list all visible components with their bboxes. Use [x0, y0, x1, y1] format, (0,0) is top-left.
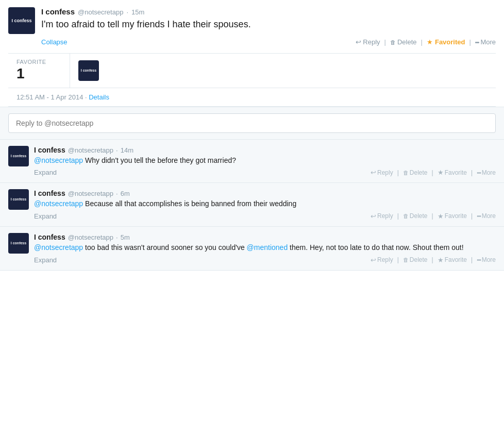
reply-2-reply-btn[interactable]: Reply [371, 212, 393, 220]
reply-2-avatar[interactable]: I confess [8, 189, 29, 210]
expand-2-link[interactable]: Expand [34, 212, 57, 220]
reply-tweet-3: I confess I confess @notsecretapp · 5m @… [0, 227, 504, 271]
reply-icon [371, 212, 376, 220]
reply-2-meta: I confess @notsecretapp · 6m [34, 189, 496, 197]
reply-3-mention2[interactable]: @mentioned [247, 243, 288, 252]
dots-icon [477, 169, 481, 176]
timestamp-relative: 15m [131, 8, 144, 16]
collapse-link[interactable]: Collapse [41, 38, 68, 46]
reply-3-more-btn[interactable]: More [477, 256, 496, 263]
reply-1-actions: Expand Reply | Delete | Favorite | [34, 169, 496, 176]
reply-2-content: I confess @notsecretapp · 6m @notsecreta… [34, 189, 496, 220]
reply-3-username: @notsecretapp [68, 233, 113, 241]
main-tweet: I confess I confess @notsecretapp · 15m … [0, 0, 504, 107]
favorite-count: 1 [16, 65, 61, 82]
dots-icon [475, 38, 479, 46]
reply-3-favorite-btn[interactable]: Favorite [438, 256, 467, 264]
reply-2-time: 6m [121, 190, 130, 197]
reply-icon [371, 256, 376, 264]
reply-input[interactable] [8, 113, 496, 133]
reply-1-mention[interactable]: @notsecretapp [34, 156, 83, 164]
main-avatar[interactable]: I confess [8, 7, 35, 34]
more-button[interactable]: More [475, 38, 496, 46]
reply-3-dot: · [116, 233, 118, 241]
dot: · [126, 8, 128, 16]
tweet-meta: I confess @notsecretapp · 15m [41, 7, 496, 16]
timestamp-section: 12:51 AM - 1 Apr 2014 · Details [8, 88, 496, 107]
reply-1-username: @notsecretapp [68, 146, 113, 154]
trash-icon [403, 169, 409, 176]
tweet-actions: Collapse Reply | Delete | ★ Favorited | … [41, 35, 496, 49]
reply-2-delete-btn[interactable]: Delete [403, 212, 428, 220]
reply-1-content: I confess @notsecretapp · 14m @notsecret… [34, 146, 496, 177]
reply-3-actions: Expand Reply | Delete | Favorite | [34, 256, 496, 264]
expand-3-link[interactable]: Expand [34, 256, 57, 264]
reply-button[interactable]: Reply [356, 38, 380, 46]
reply-1-text: @notsecretapp Why didn't you tell the be… [34, 156, 496, 166]
details-link[interactable]: Details [89, 93, 109, 101]
reply-1-delete-btn[interactable]: Delete [403, 169, 428, 176]
dots-icon [477, 212, 481, 220]
reply-3-meta: I confess @notsecretapp · 5m [34, 233, 496, 241]
dots-icon [477, 256, 481, 263]
reply-3-time: 5m [121, 233, 130, 241]
reply-2-mention[interactable]: @notsecretapp [34, 199, 83, 208]
reply-3-delete-btn[interactable]: Delete [403, 256, 428, 263]
reply-box-section [0, 107, 504, 140]
reply-2-username: @notsecretapp [68, 190, 113, 197]
favorited-avatars: I confess [70, 54, 107, 88]
expand-1-link[interactable]: Expand [34, 169, 57, 176]
star-icon [438, 169, 444, 176]
reply-tweet-1: I confess I confess @notsecretapp · 14m … [0, 140, 504, 183]
reply-icon [356, 38, 361, 46]
reply-3-name: I confess [34, 233, 65, 241]
star-icon: ★ [427, 38, 433, 46]
reply-3-avatar[interactable]: I confess [8, 233, 29, 254]
reply-1-name: I confess [34, 146, 65, 154]
reply-2-actions: Expand Reply | Delete | Favorite | [34, 212, 496, 220]
reply-tweet-2: I confess I confess @notsecretapp · 6m @… [0, 183, 504, 227]
reply-1-avatar[interactable]: I confess [8, 146, 29, 166]
star-icon [438, 212, 444, 220]
display-name: I confess [41, 7, 75, 16]
favorited-label[interactable]: Favorited [435, 38, 465, 46]
reply-2-name: I confess [34, 189, 65, 197]
trash-icon [390, 38, 396, 46]
reply-3-content: I confess @notsecretapp · 5m @notsecreta… [34, 233, 496, 264]
reply-3-reply-btn[interactable]: Reply [371, 256, 393, 264]
reply-icon [371, 169, 376, 176]
username: @notsecretapp [78, 8, 123, 16]
main-tweet-content: I confess @notsecretapp · 15m I'm too af… [41, 7, 496, 49]
reply-1-reply-btn[interactable]: Reply [371, 169, 393, 176]
reply-2-more-btn[interactable]: More [477, 212, 496, 220]
favorited-avatar[interactable]: I confess [78, 60, 99, 81]
reply-1-more-btn[interactable]: More [477, 169, 496, 176]
reply-1-time: 14m [121, 146, 133, 154]
stats-section: FAVORITE 1 I confess [8, 53, 496, 88]
reply-2-favorite-btn[interactable]: Favorite [438, 212, 467, 220]
star-icon [438, 256, 444, 264]
reply-2-dot: · [116, 190, 118, 197]
reply-1-dot: · [116, 146, 118, 154]
reply-3-text: @notsecretapp too bad this wasn't around… [34, 243, 496, 253]
reply-1-meta: I confess @notsecretapp · 14m [34, 146, 496, 154]
trash-icon [403, 212, 409, 220]
delete-button[interactable]: Delete [390, 38, 417, 46]
favorite-label: FAVORITE [16, 59, 61, 65]
full-timestamp: 12:51 AM - 1 Apr 2014 [16, 93, 83, 101]
reply-2-text: @notsecretapp Because all that accomplis… [34, 199, 496, 209]
reply-1-favorite-btn[interactable]: Favorite [438, 169, 467, 176]
reply-3-mention[interactable]: @notsecretapp [34, 243, 83, 252]
tweet-text: I'm too afraid to tell my friends I hate… [41, 18, 496, 31]
favorite-stat: FAVORITE 1 [8, 54, 70, 88]
trash-icon [403, 256, 409, 263]
